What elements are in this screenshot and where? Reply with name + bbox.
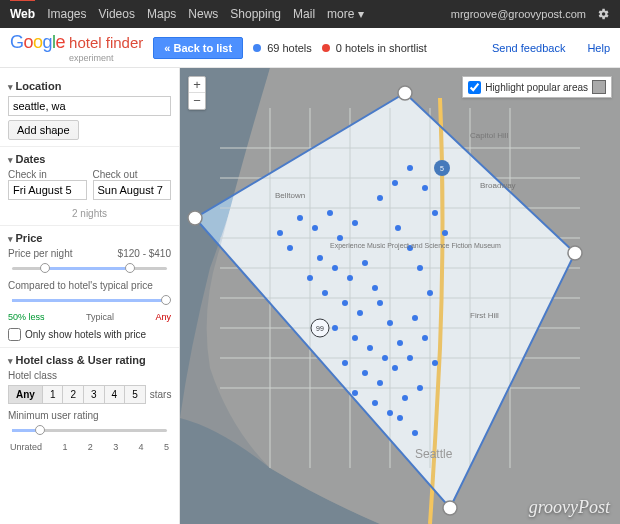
nav-images[interactable]: Images: [47, 7, 86, 21]
svg-text:Seattle: Seattle: [415, 447, 453, 461]
price-range-value: $120 - $410: [118, 248, 171, 259]
svg-point-39: [332, 325, 338, 331]
nav-maps[interactable]: Maps: [147, 7, 176, 21]
hotel-class-buttons: Any 1 2 3 4 5 stars: [8, 385, 171, 404]
top-nav-bar: Web Images Videos Maps News Shopping Mai…: [0, 0, 620, 28]
map-area[interactable]: 5 99: [180, 68, 620, 524]
svg-point-70: [432, 210, 438, 216]
class-1-button[interactable]: 1: [42, 385, 64, 404]
svg-point-44: [342, 360, 348, 366]
shape-handle[interactable]: [398, 86, 412, 100]
svg-point-40: [352, 335, 358, 341]
map-canvas[interactable]: 5 99: [180, 68, 620, 524]
rating-unrated: Unrated: [10, 442, 42, 452]
svg-point-36: [357, 310, 363, 316]
nav-shopping[interactable]: Shopping: [230, 7, 281, 21]
experiment-label: experiment: [69, 53, 114, 63]
help-link[interactable]: Help: [587, 42, 610, 54]
compare-typical-label: Typical: [86, 312, 114, 322]
price-slider[interactable]: [12, 267, 167, 270]
shape-handle[interactable]: [188, 211, 202, 225]
nav-more[interactable]: more ▾: [327, 7, 364, 21]
svg-point-57: [395, 225, 401, 231]
price-section-title[interactable]: Price: [8, 232, 171, 244]
class-2-button[interactable]: 2: [62, 385, 84, 404]
zoom-control: + −: [188, 76, 206, 110]
hotels-count: 69 hotels: [267, 42, 312, 54]
app-header: Google hotel finder experiment « Back to…: [0, 28, 620, 68]
location-input[interactable]: [8, 96, 171, 116]
class-3-button[interactable]: 3: [83, 385, 105, 404]
svg-point-48: [407, 355, 413, 361]
svg-point-33: [372, 285, 378, 291]
svg-point-55: [287, 245, 293, 251]
svg-point-28: [352, 220, 358, 226]
svg-point-59: [417, 265, 423, 271]
compare-slider-thumb[interactable]: [161, 295, 171, 305]
svg-point-64: [397, 415, 403, 421]
only-price-checkbox[interactable]: [8, 328, 21, 341]
nav-news[interactable]: News: [188, 7, 218, 21]
zoom-in-button[interactable]: +: [189, 77, 205, 93]
svg-text:Broadway: Broadway: [480, 181, 516, 190]
blue-dot-icon: [253, 44, 261, 52]
svg-text:Belltown: Belltown: [275, 191, 305, 200]
svg-point-32: [362, 260, 368, 266]
class-4-button[interactable]: 4: [104, 385, 126, 404]
svg-point-29: [317, 255, 323, 261]
svg-point-46: [377, 380, 383, 386]
class-any-button[interactable]: Any: [8, 385, 43, 404]
rating-slider-thumb[interactable]: [35, 425, 45, 435]
send-feedback-link[interactable]: Send feedback: [492, 42, 565, 54]
location-section-title[interactable]: Location: [8, 80, 171, 92]
nav-videos[interactable]: Videos: [98, 7, 134, 21]
class-rating-section-title[interactable]: Hotel class & User rating: [8, 354, 171, 366]
svg-point-49: [352, 390, 358, 396]
svg-point-42: [382, 355, 388, 361]
nav-web[interactable]: Web: [10, 0, 35, 21]
legend-shortlist: 0 hotels in shortlist: [322, 42, 427, 54]
rating-slider[interactable]: [12, 429, 167, 432]
svg-point-35: [342, 300, 348, 306]
svg-text:First Hill: First Hill: [470, 311, 499, 320]
price-per-night-label: Price per night: [8, 248, 72, 259]
class-5-button[interactable]: 5: [124, 385, 146, 404]
compare-slider[interactable]: [12, 299, 167, 302]
logo: Google hotel finder experiment: [10, 32, 143, 63]
back-to-list-button[interactable]: « Back to list: [153, 37, 243, 59]
hotel-class-label: Hotel class: [8, 370, 171, 381]
svg-point-27: [337, 235, 343, 241]
shape-handle[interactable]: [443, 501, 457, 515]
svg-text:Experience Music Project and S: Experience Music Project and Science Fic…: [330, 242, 501, 250]
svg-point-71: [442, 230, 448, 236]
svg-point-24: [297, 215, 303, 221]
compare-label: Compared to hotel's typical price: [8, 280, 171, 291]
highlight-label: Highlight popular areas: [485, 82, 588, 93]
highlight-checkbox[interactable]: [468, 81, 481, 94]
checkin-input[interactable]: [8, 180, 87, 200]
svg-point-60: [427, 290, 433, 296]
svg-point-52: [402, 395, 408, 401]
nav-mail[interactable]: Mail: [293, 7, 315, 21]
svg-point-51: [387, 410, 393, 416]
svg-point-68: [407, 165, 413, 171]
svg-point-41: [367, 345, 373, 351]
gear-icon[interactable]: [596, 7, 610, 21]
highlight-popular-toggle[interactable]: Highlight popular areas: [462, 76, 612, 98]
svg-point-63: [432, 360, 438, 366]
zoom-out-button[interactable]: −: [189, 93, 205, 109]
dates-section-title[interactable]: Dates: [8, 153, 171, 165]
svg-point-38: [387, 320, 393, 326]
svg-point-50: [372, 400, 378, 406]
checkout-input[interactable]: [93, 180, 172, 200]
add-shape-button[interactable]: Add shape: [8, 120, 79, 140]
product-name: hotel finder: [69, 34, 143, 51]
svg-point-26: [327, 210, 333, 216]
price-slider-max-thumb[interactable]: [125, 263, 135, 273]
svg-point-66: [377, 195, 383, 201]
svg-point-61: [412, 315, 418, 321]
price-slider-min-thumb[interactable]: [40, 263, 50, 273]
user-email[interactable]: mrgroove@groovypost.com: [451, 8, 586, 20]
shape-handle[interactable]: [568, 246, 582, 260]
shortlist-count: 0 hotels in shortlist: [336, 42, 427, 54]
